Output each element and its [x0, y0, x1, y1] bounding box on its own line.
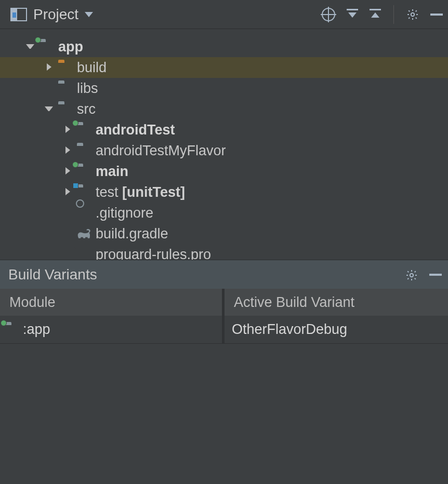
table-header-row: Module Active Build Variant — [0, 289, 448, 316]
project-view-icon — [10, 8, 27, 21]
tree-label: proguard-rules.pro — [96, 247, 211, 260]
project-toolbar: Project — [0, 0, 448, 29]
tree-item-androidtestmyflavor[interactable]: androidTestMyFlavor — [0, 140, 448, 161]
tree-label: test [unitTest] — [96, 184, 185, 200]
chevron-down-icon[interactable] — [26, 43, 34, 51]
tree-label: app — [58, 39, 83, 55]
column-header-module[interactable]: Module — [0, 289, 225, 316]
module-name: :app — [23, 321, 50, 338]
svg-point-0 — [411, 12, 414, 16]
project-tree[interactable]: app build libs src androidTest androidTe… — [0, 29, 448, 260]
table-row[interactable]: :app OtherFlavorDebug — [0, 316, 448, 344]
arrow-spacer — [63, 209, 72, 217]
minimize-icon[interactable] — [429, 274, 442, 276]
tree-item-src[interactable]: src — [0, 99, 448, 119]
gradle-file-icon — [77, 228, 91, 244]
column-header-variant[interactable]: Active Build Variant — [225, 289, 448, 316]
tree-item-gitignore[interactable]: .gitignore — [0, 203, 448, 223]
tree-item-cutoff — [0, 29, 448, 36]
arrow-spacer — [63, 230, 72, 238]
chevron-right-icon[interactable] — [63, 146, 72, 155]
expand-all-icon[interactable] — [347, 9, 358, 20]
project-toolbar-title: Project — [33, 6, 78, 23]
gear-icon[interactable] — [405, 268, 418, 281]
svg-point-1 — [410, 273, 413, 276]
collapse-all-icon[interactable] — [370, 9, 381, 20]
dropdown-icon — [85, 12, 93, 17]
chevron-right-icon[interactable] — [63, 188, 72, 196]
variant-name: OtherFlavorDebug — [232, 321, 347, 338]
arrow-spacer — [45, 84, 53, 92]
tree-item-proguard[interactable]: proguard-rules.pro — [0, 244, 448, 260]
build-variants-header: Build Variants — [0, 260, 448, 289]
tree-label: build.gradle — [96, 226, 168, 242]
build-variants-title: Build Variants — [8, 266, 97, 283]
tree-label: .gitignore — [96, 205, 153, 221]
tree-item-androidtest[interactable]: androidTest — [0, 119, 448, 140]
chevron-right-icon[interactable] — [63, 167, 72, 176]
tree-label: src — [77, 101, 96, 117]
build-variants-table: Module Active Build Variant :app OtherFl… — [0, 289, 448, 344]
tree-label: build — [77, 60, 107, 76]
chevron-down-icon[interactable] — [45, 105, 53, 113]
tree-item-build[interactable]: build — [0, 57, 448, 78]
build-variants-empty-area — [0, 344, 448, 484]
tree-label: androidTest — [96, 122, 175, 138]
tree-label: main — [96, 164, 128, 180]
tree-item-main[interactable]: main — [0, 161, 448, 182]
tree-item-libs[interactable]: libs — [0, 78, 448, 99]
tree-item-buildgradle[interactable]: build.gradle — [0, 223, 448, 244]
toolbar-divider — [393, 5, 394, 24]
tree-item-test[interactable]: test [unitTest] — [0, 182, 448, 203]
arrow-spacer — [63, 250, 72, 259]
tree-item-app[interactable]: app — [0, 36, 448, 57]
variant-cell[interactable]: OtherFlavorDebug — [225, 316, 448, 343]
gear-icon[interactable] — [406, 8, 419, 21]
tree-label: libs — [77, 80, 98, 97]
locate-icon[interactable] — [322, 8, 335, 21]
module-cell[interactable]: :app — [0, 316, 225, 343]
chevron-right-icon[interactable] — [45, 63, 53, 72]
chevron-right-icon[interactable] — [63, 126, 72, 134]
tree-label: androidTestMyFlavor — [96, 143, 226, 159]
minimize-icon[interactable] — [430, 14, 443, 16]
project-view-selector[interactable]: Project — [10, 6, 93, 23]
